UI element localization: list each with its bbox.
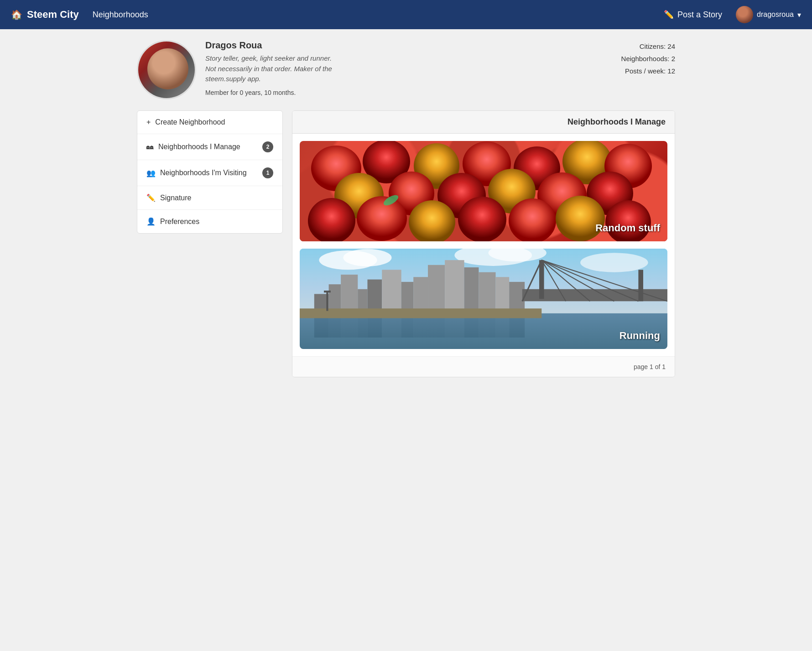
- sidebar-item-neighborhoods-visiting[interactable]: 👥 Neighborhoods I'm Visiting 1: [137, 160, 282, 186]
- sidebar: + Create Neighborhood 🏘 Neighborhoods I …: [137, 110, 283, 234]
- svg-rect-52: [326, 292, 328, 311]
- visiting-badge: 1: [262, 167, 273, 178]
- post-story-button[interactable]: ✏️ Post a Story: [664, 10, 722, 20]
- navbar: 🏠 Steem City Neighborhoods ✏️ Post a Sto…: [0, 0, 812, 29]
- citizens-stat: Citizens: 24: [621, 40, 675, 52]
- manage-icon: 🏘: [146, 143, 154, 151]
- profile-bio: Story teller, geek, light seeker and run…: [205, 53, 333, 84]
- sidebar-item-preferences[interactable]: 👤 Preferences: [137, 210, 282, 233]
- sidebar-label-visiting: Neighborhoods I'm Visiting: [160, 169, 247, 177]
- svg-rect-53: [324, 291, 331, 292]
- profile-info: Dragos Roua Story teller, geek, light se…: [205, 40, 621, 96]
- card-label-random-stuff: Random stuff: [595, 222, 660, 234]
- user-menu[interactable]: dragosroua ▾: [736, 6, 801, 23]
- svg-point-17: [509, 198, 556, 241]
- preferences-icon: 👤: [146, 217, 156, 226]
- neighborhood-card-running[interactable]: Running: [300, 249, 667, 349]
- sidebar-item-signature[interactable]: ✏️ Signature: [137, 186, 282, 210]
- plus-icon: +: [146, 118, 151, 126]
- pagination-label: page 1 of 1: [634, 363, 666, 370]
- profile-section: Dragos Roua Story teller, geek, light se…: [137, 40, 675, 99]
- panel-header: Neighborhoods I Manage: [292, 111, 675, 134]
- navbar-right: ✏️ Post a Story dragosroua ▾: [664, 6, 801, 23]
- svg-point-23: [343, 249, 391, 266]
- sidebar-item-neighborhoods-manage[interactable]: 🏘 Neighborhoods I Manage 2: [137, 134, 282, 160]
- neighborhood-card-random-stuff[interactable]: Random stuff: [300, 141, 667, 241]
- card-label-running: Running: [619, 330, 660, 342]
- panel-footer: page 1 of 1: [292, 356, 675, 377]
- svg-point-16: [458, 197, 506, 241]
- posts-stat: Posts / week: 12: [621, 65, 675, 77]
- avatar-image: [138, 42, 195, 98]
- visiting-icon: 👥: [146, 169, 156, 177]
- neighborhoods-stat: Neighborhoods: 2: [621, 52, 675, 65]
- svg-rect-51: [300, 308, 541, 318]
- svg-point-14: [357, 196, 407, 241]
- username-label: dragosroua: [757, 10, 794, 19]
- home-icon: 🏠: [11, 9, 22, 20]
- chevron-down-icon: ▾: [797, 10, 801, 19]
- svg-point-18: [556, 196, 605, 241]
- sidebar-label-preferences: Preferences: [160, 218, 199, 226]
- body-layout: + Create Neighborhood 🏘 Neighborhoods I …: [137, 110, 675, 377]
- profile-stats: Citizens: 24 Neighborhoods: 2 Posts / we…: [621, 40, 675, 77]
- brand-title: Steem City: [27, 9, 79, 21]
- avatar: [736, 6, 753, 23]
- profile-avatar: [137, 40, 196, 99]
- brand[interactable]: 🏠 Steem City: [11, 9, 79, 21]
- svg-point-26: [580, 253, 648, 272]
- profile-member: Member for 0 years, 10 months.: [205, 89, 621, 96]
- pencil-icon: ✏️: [664, 10, 674, 20]
- manage-badge: 2: [262, 141, 273, 152]
- signature-icon: ✏️: [146, 193, 156, 202]
- sidebar-label-signature: Signature: [160, 194, 192, 202]
- svg-rect-49: [638, 270, 643, 301]
- sidebar-item-create-neighborhood[interactable]: + Create Neighborhood: [137, 111, 282, 134]
- svg-rect-48: [539, 260, 544, 299]
- profile-name: Dragos Roua: [205, 40, 621, 51]
- sidebar-label-create: Create Neighborhood: [155, 118, 225, 126]
- city-skyline-svg: [300, 249, 667, 349]
- main-panel: Neighborhoods I Manage: [292, 110, 675, 377]
- main-content: Dragos Roua Story teller, geek, light se…: [128, 29, 684, 388]
- panel-body: Random stuff: [292, 134, 675, 356]
- svg-rect-50: [300, 313, 667, 349]
- neighborhoods-nav-link[interactable]: Neighborhoods: [93, 10, 148, 20]
- card-image-city: [300, 249, 667, 349]
- post-story-label: Post a Story: [677, 10, 722, 20]
- sidebar-label-manage: Neighborhoods I Manage: [158, 143, 240, 151]
